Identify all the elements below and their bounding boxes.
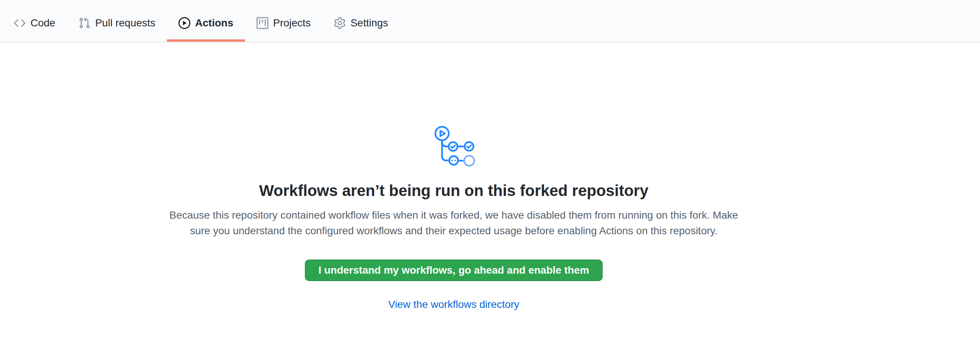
tab-label: Projects <box>273 18 311 28</box>
tab-projects[interactable]: Projects <box>245 5 322 42</box>
project-icon <box>256 17 269 29</box>
description-line: sure you understand the configured workf… <box>170 223 738 239</box>
view-workflows-directory-link[interactable]: View the workflows directory <box>388 297 519 312</box>
description-line: Because this repository contained workfl… <box>170 208 738 223</box>
pull-request-icon <box>78 17 90 29</box>
tab-code[interactable]: Code <box>2 5 67 42</box>
repo-tab-nav: Code Pull requests Actions Projects Sett… <box>0 0 980 42</box>
workflow-graph-icon <box>433 124 476 167</box>
tab-label: Pull requests <box>95 18 155 28</box>
tab-actions[interactable]: Actions <box>167 5 245 42</box>
gear-icon <box>334 17 346 29</box>
play-icon <box>178 17 190 29</box>
code-icon <box>14 17 25 29</box>
tab-label: Code <box>30 18 56 28</box>
actions-blankslate: Workflows aren’t being run on this forke… <box>0 42 907 312</box>
tab-label: Settings <box>351 18 388 28</box>
description-text: Because this repository contained workfl… <box>170 208 738 239</box>
tab-settings[interactable]: Settings <box>322 5 400 42</box>
enable-workflows-button[interactable]: I understand my workflows, go ahead and … <box>305 259 602 281</box>
tab-label: Actions <box>195 18 234 28</box>
tab-pull-requests[interactable]: Pull requests <box>67 5 167 42</box>
page-title: Workflows aren’t being run on this forke… <box>259 181 648 200</box>
